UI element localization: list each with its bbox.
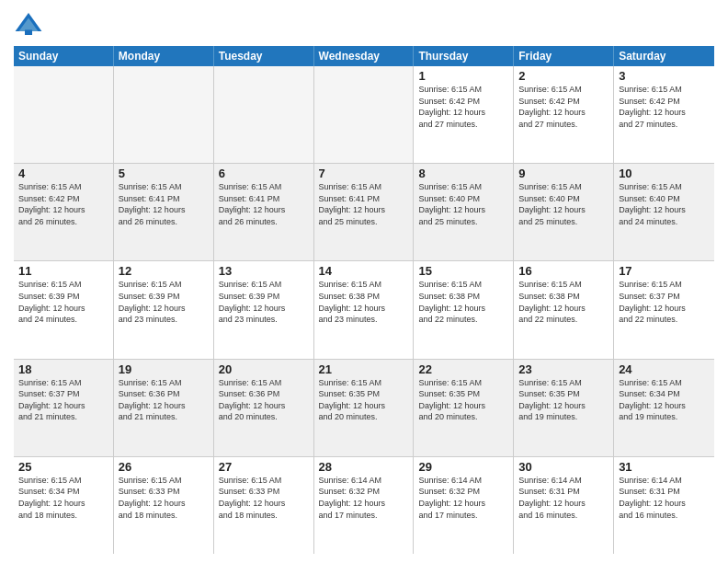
day-info: Sunrise: 6:15 AM Sunset: 6:41 PM Dayligh… <box>319 181 409 227</box>
day-info: Sunrise: 6:15 AM Sunset: 6:38 PM Dayligh… <box>418 279 508 325</box>
day-number: 9 <box>518 167 609 180</box>
day-info: Sunrise: 6:14 AM Sunset: 6:31 PM Dayligh… <box>619 475 710 521</box>
day-info: Sunrise: 6:15 AM Sunset: 6:35 PM Dayligh… <box>319 377 409 423</box>
calendar-cell: 13Sunrise: 6:15 AM Sunset: 6:39 PM Dayli… <box>214 261 314 358</box>
header-day-tuesday: Tuesday <box>214 46 314 66</box>
logo <box>14 9 47 39</box>
day-number: 22 <box>418 362 508 376</box>
calendar-cell: 18Sunrise: 6:15 AM Sunset: 6:37 PM Dayli… <box>14 360 114 456</box>
calendar-cell: 24Sunrise: 6:15 AM Sunset: 6:34 PM Dayli… <box>614 360 714 456</box>
calendar-header: SundayMondayTuesdayWednesdayThursdayFrid… <box>14 46 714 66</box>
calendar-cell: 12Sunrise: 6:15 AM Sunset: 6:39 PM Dayli… <box>114 261 214 358</box>
header <box>14 9 714 39</box>
calendar-cell: 30Sunrise: 6:14 AM Sunset: 6:31 PM Dayli… <box>514 457 614 554</box>
day-info: Sunrise: 6:15 AM Sunset: 6:39 PM Dayligh… <box>119 279 209 325</box>
day-number: 19 <box>119 362 209 376</box>
day-info: Sunrise: 6:15 AM Sunset: 6:35 PM Dayligh… <box>518 377 609 423</box>
calendar-cell: 11Sunrise: 6:15 AM Sunset: 6:39 PM Dayli… <box>14 261 114 358</box>
day-number: 16 <box>518 264 609 278</box>
day-number: 6 <box>219 167 309 180</box>
day-info: Sunrise: 6:15 AM Sunset: 6:39 PM Dayligh… <box>18 279 108 325</box>
day-number: 24 <box>619 362 710 376</box>
day-info: Sunrise: 6:15 AM Sunset: 6:34 PM Dayligh… <box>18 475 108 521</box>
svg-rect-2 <box>25 29 32 35</box>
day-info: Sunrise: 6:14 AM Sunset: 6:32 PM Dayligh… <box>319 475 409 521</box>
day-number: 20 <box>219 362 309 376</box>
day-number: 31 <box>619 460 710 474</box>
calendar-week-5: 25Sunrise: 6:15 AM Sunset: 6:34 PM Dayli… <box>14 457 714 554</box>
day-info: Sunrise: 6:15 AM Sunset: 6:40 PM Dayligh… <box>619 181 710 227</box>
header-day-saturday: Saturday <box>614 46 714 66</box>
day-number: 26 <box>119 460 209 474</box>
day-number: 27 <box>219 460 309 474</box>
calendar-cell <box>214 66 314 163</box>
day-info: Sunrise: 6:15 AM Sunset: 6:38 PM Dayligh… <box>518 279 609 325</box>
day-number: 11 <box>18 264 108 278</box>
day-info: Sunrise: 6:15 AM Sunset: 6:40 PM Dayligh… <box>518 181 609 227</box>
day-info: Sunrise: 6:15 AM Sunset: 6:41 PM Dayligh… <box>219 181 309 227</box>
header-day-friday: Friday <box>514 46 614 66</box>
calendar-week-4: 18Sunrise: 6:15 AM Sunset: 6:37 PM Dayli… <box>14 360 714 457</box>
calendar-cell <box>314 66 415 163</box>
calendar-week-1: 1Sunrise: 6:15 AM Sunset: 6:42 PM Daylig… <box>14 66 714 164</box>
day-number: 10 <box>619 167 710 180</box>
day-info: Sunrise: 6:15 AM Sunset: 6:36 PM Dayligh… <box>119 377 209 423</box>
calendar-week-2: 4Sunrise: 6:15 AM Sunset: 6:42 PM Daylig… <box>14 164 714 261</box>
calendar-cell: 23Sunrise: 6:15 AM Sunset: 6:35 PM Dayli… <box>514 360 614 456</box>
day-number: 13 <box>219 264 309 278</box>
day-info: Sunrise: 6:15 AM Sunset: 6:37 PM Dayligh… <box>619 279 710 325</box>
calendar-cell: 14Sunrise: 6:15 AM Sunset: 6:38 PM Dayli… <box>314 261 415 358</box>
calendar-cell: 22Sunrise: 6:15 AM Sunset: 6:35 PM Dayli… <box>414 360 514 456</box>
calendar-cell: 5Sunrise: 6:15 AM Sunset: 6:41 PM Daylig… <box>114 164 214 260</box>
calendar-cell: 10Sunrise: 6:15 AM Sunset: 6:40 PM Dayli… <box>614 164 714 260</box>
day-info: Sunrise: 6:15 AM Sunset: 6:33 PM Dayligh… <box>219 475 309 521</box>
calendar-cell: 21Sunrise: 6:15 AM Sunset: 6:35 PM Dayli… <box>314 360 415 456</box>
calendar-cell: 25Sunrise: 6:15 AM Sunset: 6:34 PM Dayli… <box>14 457 114 554</box>
calendar-cell: 1Sunrise: 6:15 AM Sunset: 6:42 PM Daylig… <box>414 66 514 163</box>
calendar-cell: 17Sunrise: 6:15 AM Sunset: 6:37 PM Dayli… <box>614 261 714 358</box>
day-number: 21 <box>319 362 409 376</box>
header-day-monday: Monday <box>114 46 214 66</box>
header-day-sunday: Sunday <box>14 46 114 66</box>
calendar-cell: 28Sunrise: 6:14 AM Sunset: 6:32 PM Dayli… <box>314 457 415 554</box>
calendar-cell: 15Sunrise: 6:15 AM Sunset: 6:38 PM Dayli… <box>414 261 514 358</box>
calendar-cell: 8Sunrise: 6:15 AM Sunset: 6:40 PM Daylig… <box>414 164 514 260</box>
day-number: 29 <box>418 460 508 474</box>
calendar-cell: 20Sunrise: 6:15 AM Sunset: 6:36 PM Dayli… <box>214 360 314 456</box>
calendar-cell: 26Sunrise: 6:15 AM Sunset: 6:33 PM Dayli… <box>114 457 214 554</box>
day-number: 14 <box>319 264 409 278</box>
day-info: Sunrise: 6:15 AM Sunset: 6:40 PM Dayligh… <box>418 181 508 227</box>
day-info: Sunrise: 6:15 AM Sunset: 6:42 PM Dayligh… <box>18 181 108 227</box>
calendar-week-3: 11Sunrise: 6:15 AM Sunset: 6:39 PM Dayli… <box>14 261 714 359</box>
day-number: 7 <box>319 167 409 180</box>
header-day-wednesday: Wednesday <box>314 46 415 66</box>
day-info: Sunrise: 6:15 AM Sunset: 6:37 PM Dayligh… <box>18 377 108 423</box>
calendar: SundayMondayTuesdayWednesdayThursdayFrid… <box>14 46 714 554</box>
calendar-body: 1Sunrise: 6:15 AM Sunset: 6:42 PM Daylig… <box>14 66 714 554</box>
header-day-thursday: Thursday <box>414 46 514 66</box>
day-info: Sunrise: 6:15 AM Sunset: 6:39 PM Dayligh… <box>219 279 309 325</box>
calendar-cell: 7Sunrise: 6:15 AM Sunset: 6:41 PM Daylig… <box>314 164 415 260</box>
day-number: 18 <box>18 362 108 376</box>
calendar-cell: 19Sunrise: 6:15 AM Sunset: 6:36 PM Dayli… <box>114 360 214 456</box>
calendar-cell: 29Sunrise: 6:14 AM Sunset: 6:32 PM Dayli… <box>414 457 514 554</box>
day-number: 12 <box>119 264 209 278</box>
day-number: 1 <box>418 69 508 83</box>
calendar-cell: 6Sunrise: 6:15 AM Sunset: 6:41 PM Daylig… <box>214 164 314 260</box>
day-number: 23 <box>518 362 609 376</box>
calendar-cell <box>14 66 114 163</box>
calendar-cell: 9Sunrise: 6:15 AM Sunset: 6:40 PM Daylig… <box>514 164 614 260</box>
day-info: Sunrise: 6:15 AM Sunset: 6:41 PM Dayligh… <box>119 181 209 227</box>
day-info: Sunrise: 6:15 AM Sunset: 6:42 PM Dayligh… <box>418 84 508 130</box>
logo-icon <box>14 9 43 39</box>
calendar-cell: 3Sunrise: 6:15 AM Sunset: 6:42 PM Daylig… <box>614 66 714 163</box>
day-info: Sunrise: 6:15 AM Sunset: 6:38 PM Dayligh… <box>319 279 409 325</box>
day-number: 30 <box>518 460 609 474</box>
calendar-cell: 31Sunrise: 6:14 AM Sunset: 6:31 PM Dayli… <box>614 457 714 554</box>
day-number: 3 <box>619 69 710 83</box>
day-number: 4 <box>18 167 108 180</box>
calendar-cell <box>114 66 214 163</box>
page: SundayMondayTuesdayWednesdayThursdayFrid… <box>0 0 728 563</box>
day-number: 2 <box>518 69 609 83</box>
day-info: Sunrise: 6:14 AM Sunset: 6:32 PM Dayligh… <box>418 475 508 521</box>
